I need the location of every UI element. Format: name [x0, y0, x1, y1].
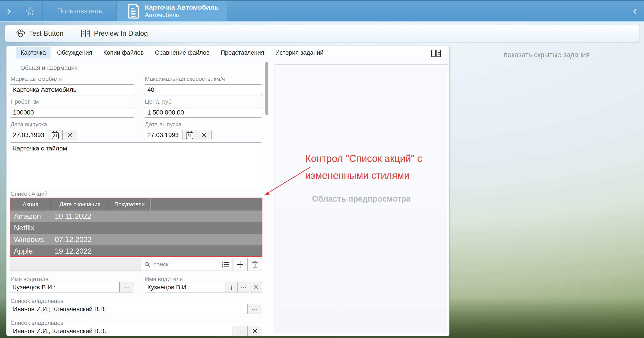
driver-left-editor: … — [10, 282, 134, 293]
tab-card[interactable]: Карточка — [16, 47, 50, 58]
stocks-search-input[interactable] — [153, 261, 214, 268]
tab-discussions[interactable]: Обсуждения — [52, 47, 97, 58]
preview-in-dialog-button[interactable]: Preview In Dialog — [79, 28, 150, 39]
driver-left-browse-button[interactable]: … — [120, 282, 134, 292]
driver-left-label: Имя водителя — [10, 276, 48, 283]
stocks-toolbar — [10, 258, 262, 271]
clear-icon — [202, 132, 207, 138]
owners-top-browse-button[interactable]: … — [247, 304, 262, 314]
table-row[interactable]: Netflix — [10, 222, 262, 234]
table-row[interactable]: Windows 07.12.2022 — [10, 234, 262, 245]
delete-row-button[interactable] — [247, 258, 262, 271]
driver-browse-button[interactable]: … — [238, 282, 250, 292]
tab-document-active[interactable]: Карточка Автомобиль Автомобиль — [116, 1, 227, 21]
price-label: Цена, руб — [145, 98, 172, 105]
stocks-toolbar-spacer — [10, 258, 141, 271]
brand-input[interactable] — [10, 84, 134, 95]
top-bar: › ☆ Пользователь Карточка Автомобиль Авт… — [0, 0, 644, 22]
clear-icon — [253, 285, 259, 290]
favorites-button[interactable]: ☆ — [18, 1, 42, 21]
add-row-button[interactable] — [232, 258, 247, 271]
stocks-table: Акция Дата окончания Покупатели Amazon 1… — [10, 197, 262, 257]
max-speed-input[interactable] — [144, 84, 262, 95]
ribbon-toolbar: Test Button Preview In Dialog — [5, 25, 639, 42]
release-date-left-input[interactable] — [10, 130, 48, 140]
test-button-label: Test Button — [29, 29, 64, 37]
delete-icon — [252, 261, 258, 268]
paw-icon — [16, 29, 25, 38]
calendar-button[interactable]: 31 — [48, 130, 62, 140]
search-icon — [144, 262, 150, 267]
ellipsis-icon: … — [252, 307, 258, 312]
book-icon — [81, 29, 90, 38]
split-view-button[interactable] — [430, 49, 442, 58]
stocks-table-header: Акция Дата окончания Покупатели — [10, 198, 262, 210]
brand-label: Марка автомобиля — [10, 75, 62, 82]
show-hidden-tasks-link[interactable]: показать скрытые задания — [450, 51, 644, 59]
tab-views[interactable]: Представления — [216, 47, 269, 58]
add-icon — [236, 261, 244, 268]
chevron-left-icon: ‹ — [633, 4, 637, 18]
owners-bottom-editor: … — [10, 326, 262, 336]
chevron-right-icon: › — [7, 4, 11, 18]
owners-bottom-input[interactable] — [10, 326, 232, 336]
table-row[interactable]: Amazon 10.11.2022 — [10, 210, 262, 222]
tab-file-copies[interactable]: Копии файлов — [98, 47, 148, 58]
driver-dropdown-button[interactable]: ↓ — [225, 282, 238, 292]
test-button[interactable]: Test Button — [14, 27, 66, 39]
table-row[interactable]: Apple 19.12.2022 — [10, 245, 262, 257]
owners-bottom-label: Список владельцев — [10, 320, 64, 326]
column-header: Дата окончания — [51, 198, 109, 210]
document-tab-title: Карточка Автомобиль — [145, 3, 218, 12]
star-icon: ☆ — [25, 5, 36, 17]
owners-top-input[interactable] — [10, 304, 247, 314]
group-general-info-label: Общая информация — [20, 64, 78, 71]
down-arrow-icon: ↓ — [230, 283, 233, 291]
tab-task-history[interactable]: История заданий — [270, 47, 328, 58]
clear-icon — [252, 329, 258, 334]
mileage-input[interactable] — [10, 107, 134, 118]
column-header: Акция — [10, 198, 51, 210]
group-general-info: Общая информация — [8, 64, 266, 71]
annotation-arrow — [257, 143, 329, 203]
release-date-left-label: Дата выпуска — [10, 121, 47, 128]
driver-right-label: Имя водителя — [145, 276, 183, 283]
clear-date-button[interactable] — [197, 130, 211, 140]
driver-left-input[interactable] — [10, 282, 120, 292]
form-scrollbar-thumb[interactable] — [266, 62, 268, 115]
svg-text:31: 31 — [188, 134, 192, 138]
owners-top-label: Список владельцев — [10, 298, 64, 305]
owners-bottom-browse-button[interactable]: … — [232, 326, 247, 336]
ellipsis-icon: … — [124, 285, 130, 290]
column-header-empty — [150, 198, 262, 210]
document-card: Карточка Обсуждения Копии файлов Сравнен… — [6, 46, 450, 336]
collapse-panel-button[interactable]: ‹ — [626, 1, 644, 21]
driver-right-input[interactable] — [144, 282, 225, 292]
price-input[interactable] — [144, 107, 262, 118]
calendar-button[interactable]: 31 — [182, 130, 197, 140]
preview-in-dialog-label: Preview In Dialog — [94, 29, 148, 37]
tab-file-comparison[interactable]: Сравнение файлов — [150, 47, 214, 58]
ellipsis-icon: … — [240, 285, 247, 290]
clear-date-button[interactable] — [62, 130, 77, 140]
owners-bottom-clear-button[interactable] — [247, 326, 262, 336]
release-date-right-label: Дата выпуска — [145, 121, 182, 128]
card-tabstrip: Карточка Обсуждения Копии файлов Сравнен… — [6, 46, 449, 60]
driver-right-editor: ↓ … — [144, 282, 262, 293]
document-icon — [128, 4, 140, 18]
tab-user[interactable]: Пользователь — [43, 1, 116, 21]
driver-clear-button[interactable] — [250, 282, 262, 292]
stocks-search-box — [141, 258, 218, 271]
stocks-label: Список Акций — [10, 190, 48, 197]
ellipsis-icon: … — [237, 329, 243, 334]
tab-user-label: Пользователь — [57, 7, 102, 15]
description-textarea[interactable]: Карточка с тайлом — [10, 143, 262, 186]
column-header: Покупатели — [109, 198, 150, 210]
calendar-icon: 31 — [186, 131, 194, 139]
list-icon — [222, 261, 230, 268]
release-date-right-input[interactable] — [144, 130, 182, 140]
release-date-left-picker: 31 — [10, 130, 77, 140]
mileage-label: Пробег, км — [10, 98, 39, 105]
select-list-button[interactable] — [218, 258, 232, 271]
expand-nav-button[interactable]: › — [0, 1, 18, 21]
